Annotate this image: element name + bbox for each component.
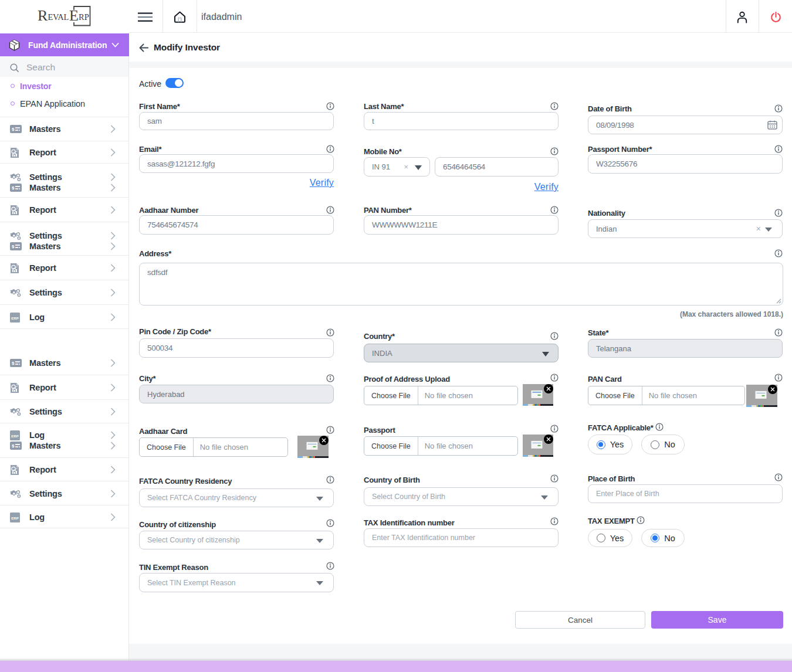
svg-text:$: $ (12, 361, 15, 366)
svg-text:ERP: ERP (11, 434, 18, 437)
svg-text:ERP: ERP (11, 516, 18, 520)
svg-text:$: $ (12, 185, 15, 191)
svg-text:$: $ (12, 443, 15, 449)
svg-text:ERP: ERP (11, 316, 18, 320)
svg-text:$: $ (12, 244, 15, 249)
svg-text:$: $ (12, 127, 15, 132)
